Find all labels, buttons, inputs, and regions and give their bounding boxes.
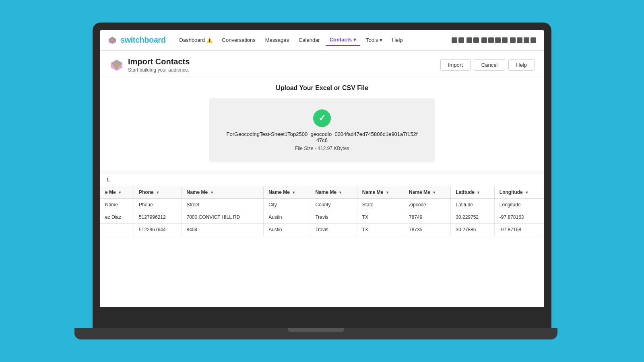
cell-city-1: Austin: [264, 211, 310, 224]
cell-phone-1: 5127996212: [134, 211, 182, 224]
dropdown-arrow: ▾: [386, 190, 388, 195]
cell-lat-2: 30.27886: [451, 224, 495, 236]
navbar: switchboard Dashboard ⚠️ Conversations M…: [100, 30, 544, 51]
cell-lng-1: -97.878163: [494, 211, 544, 224]
cell-zip-1: 78749: [404, 211, 451, 224]
table-subheader-row: Name Phone Street City County State Zipc…: [100, 199, 544, 211]
nav-messages[interactable]: Messages: [261, 35, 293, 45]
cell-street-1: 7000 CONVICT HILL RD: [182, 211, 264, 224]
subheader-state: State: [357, 199, 404, 211]
file-size: File Size - 412.97 KBytes: [295, 146, 349, 151]
nav-dot: [473, 37, 479, 43]
page-title-group: Import Contacts Start building your audi…: [128, 57, 190, 73]
table-section: 1. e Me ▾ Phone: [100, 174, 544, 307]
subheader-name: Name: [100, 199, 134, 211]
subheader-county: County: [310, 199, 357, 211]
col-header-county[interactable]: Name Me ▾: [310, 186, 357, 199]
col-header-lat[interactable]: Latitude ▾: [451, 186, 495, 199]
nav-right: [452, 37, 536, 43]
upload-section: Upload Your Excel or CSV File ForGeocodi…: [100, 76, 544, 171]
col-header-state[interactable]: Name Me ▾: [357, 186, 404, 199]
dashboard-warning: ⚠️: [206, 37, 213, 43]
nav-conversations[interactable]: Conversations: [218, 35, 260, 45]
page-title: Import Contacts: [128, 57, 190, 66]
laptop-notch: [288, 328, 344, 332]
dropdown-arrow: ▾: [293, 190, 295, 195]
subheader-street: Street: [182, 199, 264, 211]
import-contacts-icon: [109, 58, 124, 72]
upload-box[interactable]: ForGeocodingTest-Sheet1Top2500_geocodio_…: [209, 98, 435, 162]
subheader-zip: Zipcode: [404, 199, 451, 211]
row-indicator: 1.: [100, 174, 544, 186]
laptop-base: [74, 328, 557, 339]
nav-dot: [524, 37, 529, 43]
nav-links: Dashboard ⚠️ Conversations Messages Cale…: [175, 34, 452, 46]
dropdown-arrow: ▾: [211, 190, 213, 195]
cancel-button[interactable]: Cancel: [474, 59, 505, 71]
data-table: e Me ▾ Phone ▾ Name Me ▾: [100, 186, 544, 236]
col-header-street[interactable]: Name Me ▾: [182, 186, 264, 199]
nav-dot: [466, 37, 472, 43]
help-button[interactable]: Help: [508, 59, 535, 71]
nav-dot: [502, 37, 508, 43]
cell-street-2: 8404: [182, 224, 264, 236]
dropdown-arrow: ▾: [433, 190, 435, 195]
cell-city-2: Austin: [264, 224, 310, 236]
nav-dots-4: [510, 37, 536, 43]
nav-dot: [481, 37, 487, 43]
page-actions: Import Cancel Help: [440, 59, 535, 71]
dropdown-arrow: ▾: [339, 190, 341, 195]
dropdown-arrow: ▾: [157, 190, 159, 195]
main-content: Upload Your Excel or CSV File ForGeocodi…: [100, 76, 544, 307]
table-row: ez Diaz 5127996212 7000 CONVICT HILL RD …: [100, 211, 544, 224]
cell-phone-2: 5122967644: [134, 224, 182, 236]
col-header-phone[interactable]: Phone ▾: [134, 186, 182, 199]
dropdown-arrow: ▾: [526, 190, 528, 195]
table-row: 5122967644 8404 Austin Travis TX 78735 3…: [100, 224, 544, 236]
dropdown-arrow: ▾: [477, 190, 479, 195]
success-icon: [313, 109, 331, 127]
nav-dots-2: [466, 37, 479, 43]
subheader-lat: Latitude: [451, 199, 495, 211]
nav-tools[interactable]: Tools ▾: [362, 35, 386, 45]
nav-dot: [517, 37, 522, 43]
page-header-left: Import Contacts Start building your audi…: [109, 57, 190, 73]
col-header-city[interactable]: Name Me ▾: [264, 186, 310, 199]
subheader-phone: Phone: [134, 199, 182, 211]
nav-contacts[interactable]: Contacts ▾: [326, 34, 360, 46]
table-header-row: e Me ▾ Phone ▾ Name Me ▾: [100, 186, 544, 199]
nav-help[interactable]: Help: [388, 35, 407, 45]
nav-dot: [510, 37, 516, 43]
cell-lat-1: 30.229752: [451, 211, 495, 224]
nav-dots-1: [452, 37, 464, 43]
subheader-lng: Longitude: [494, 199, 544, 211]
cell-state-2: TX: [357, 224, 404, 236]
page-header: Import Contacts Start building your audi…: [100, 51, 544, 76]
brand-logo[interactable]: switchboard: [108, 35, 165, 45]
table-wrapper[interactable]: e Me ▾ Phone ▾ Name Me ▾: [100, 186, 544, 236]
cell-county-1: Travis: [310, 211, 357, 224]
cell-name-2: [100, 224, 134, 236]
nav-dot: [458, 37, 464, 43]
col-header-lng[interactable]: Longitude ▾: [494, 186, 544, 199]
nav-dot: [495, 37, 501, 43]
cell-name-1: ez Diaz: [100, 211, 134, 224]
nav-dot: [488, 37, 494, 43]
col-header-name[interactable]: e Me ▾: [100, 186, 134, 199]
import-button[interactable]: Import: [440, 59, 471, 71]
nav-dashboard[interactable]: Dashboard ⚠️: [175, 35, 216, 45]
subheader-city: City: [264, 199, 310, 211]
cell-lng-2: -97.87168: [494, 224, 544, 236]
cell-zip-2: 78735: [404, 224, 451, 236]
file-name: ForGeocodingTest-Sheet1Top2500_geocodio_…: [225, 131, 419, 143]
nav-calendar[interactable]: Calendar: [295, 35, 324, 45]
nav-dot: [530, 37, 536, 43]
cell-county-2: Travis: [310, 224, 357, 236]
cell-state-1: TX: [357, 211, 404, 224]
dropdown-arrow: ▾: [119, 190, 121, 195]
page-subtitle: Start building your audience.: [128, 67, 190, 73]
upload-title: Upload Your Excel or CSV File: [276, 84, 368, 92]
nav-dot: [452, 37, 457, 43]
nav-dots-3: [481, 37, 508, 43]
col-header-zip[interactable]: Name Me ▾: [404, 186, 451, 199]
